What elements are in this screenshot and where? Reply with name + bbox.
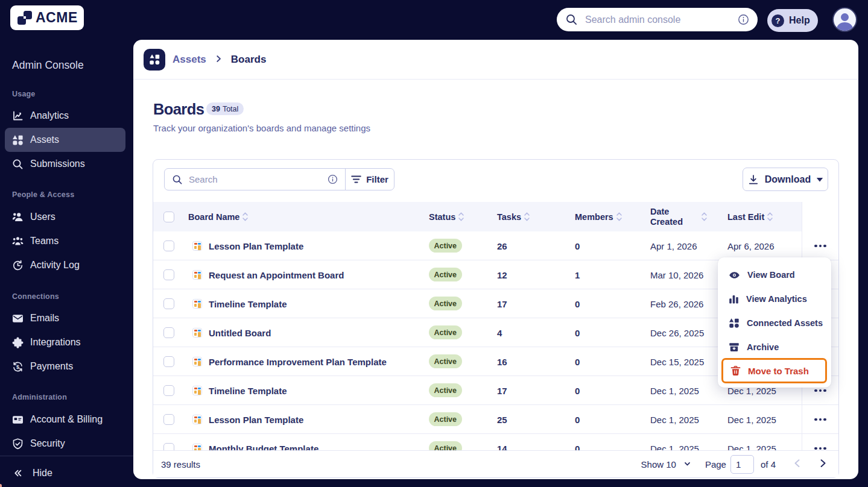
svg-text:$: $ <box>16 363 19 369</box>
